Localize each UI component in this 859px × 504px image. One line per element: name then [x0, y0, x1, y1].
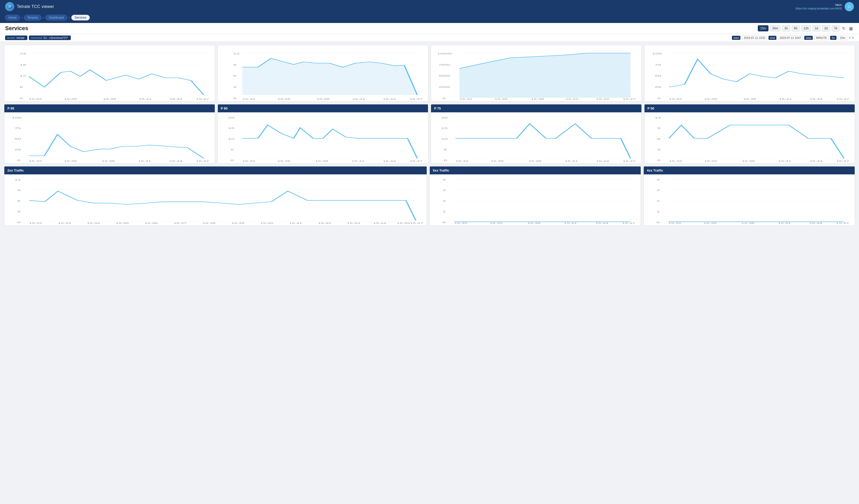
chart-p90: P 90 0 5 10 15 20 15:32 15:35: [217, 104, 428, 164]
svg-text:0: 0: [17, 159, 20, 162]
svg-text:15:47: 15:47: [196, 160, 209, 162]
svg-text:15:40: 15:40: [260, 222, 273, 224]
for-label: for: [830, 36, 837, 40]
chart-4xx: 4xx Traffic 0 1 2 3 4 15:32 15:35 15:3: [644, 166, 855, 226]
svg-text:12: 12: [233, 52, 239, 55]
svg-text:3: 3: [657, 148, 660, 151]
time-btn-6h[interactable]: 6h: [792, 25, 800, 31]
time-btn-1h[interactable]: 1h: [782, 25, 790, 31]
svg-text:10: 10: [228, 138, 235, 140]
svg-text:2: 2: [657, 200, 660, 203]
svg-text:15:44: 15:44: [383, 160, 396, 162]
bc-tenants[interactable]: Tenants: [24, 15, 42, 20]
svg-text:15:41: 15:41: [566, 98, 578, 100]
svg-text:0: 0: [233, 97, 236, 99]
chart-r1c3: 0 2500 5000 7500 10000 15:32 15:35 15:38: [431, 45, 642, 101]
toolbar: Services 15m 30m 1h 6h 12h 1d 2d 7d ↻ ▦: [0, 23, 859, 34]
svg-text:15:32: 15:32: [669, 98, 682, 100]
chart-p90-body: 0 5 10 15 20 15:32 15:35 15:38 15:41: [218, 112, 428, 163]
chart-p50: P 50 0 3 6 9 12 15:32 15:35: [644, 104, 855, 164]
svg-text:15:44: 15:44: [596, 160, 609, 162]
svg-text:15:38: 15:38: [741, 222, 754, 224]
chart-2xx-body: 0 3 6 9 12 15:32 15:33 15:34 15:35: [4, 174, 427, 225]
svg-text:0: 0: [20, 97, 23, 99]
svg-text:15: 15: [228, 127, 234, 130]
svg-text:0: 0: [444, 159, 447, 162]
time-btn-1d[interactable]: 1d: [813, 25, 820, 31]
svg-text:15:47: 15:47: [409, 160, 422, 162]
svg-text:9: 9: [657, 127, 660, 130]
refresh-button[interactable]: ↻: [841, 26, 846, 31]
svg-text:15:44: 15:44: [809, 160, 823, 162]
svg-text:15:32: 15:32: [242, 160, 255, 162]
bc-home[interactable]: Home: [5, 15, 20, 20]
svg-text:15:35: 15:35: [277, 160, 290, 162]
svg-text:15:47: 15:47: [196, 98, 209, 100]
svg-text:3: 3: [657, 189, 660, 192]
svg-text:12: 12: [20, 75, 26, 77]
user-name: nacx: [796, 3, 842, 7]
svg-text:3: 3: [17, 210, 20, 213]
svg-text:15:32: 15:32: [29, 222, 42, 224]
svg-text:15:44: 15:44: [809, 222, 823, 224]
svg-text:100: 100: [652, 52, 662, 55]
svg-text:15:38: 15:38: [531, 98, 544, 100]
svg-text:15:43: 15:43: [347, 222, 360, 224]
bc-services[interactable]: Services: [71, 15, 90, 20]
svg-text:20: 20: [228, 116, 235, 119]
user-avatar: ☺: [845, 2, 854, 11]
svg-text:15:41: 15:41: [778, 222, 791, 224]
svg-text:15:47: 15:47: [836, 222, 849, 224]
svg-text:9: 9: [17, 189, 20, 192]
svg-text:15:42: 15:42: [318, 222, 331, 224]
svg-text:10: 10: [441, 138, 448, 140]
time-btn-30m[interactable]: 30m: [770, 25, 781, 31]
chart-p75: P 75 0 5 10 15 20 15:32 15:35: [431, 104, 642, 164]
header-left: Tetrate TCC viewer: [5, 2, 54, 11]
next-arrow[interactable]: >: [852, 36, 854, 40]
svg-text:15:44: 15:44: [169, 160, 182, 162]
svg-text:5: 5: [230, 148, 234, 151]
time-btn-2d[interactable]: 2d: [822, 25, 830, 31]
svg-text:24: 24: [20, 52, 26, 55]
svg-text:15:38: 15:38: [103, 98, 116, 100]
bc-dashboard[interactable]: Dashboard: [46, 15, 67, 20]
svg-text:15:32: 15:32: [668, 222, 681, 224]
svg-text:15:32: 15:32: [455, 160, 469, 162]
tenant-filter-tag[interactable]: tenant tetrate: [5, 35, 27, 40]
svg-text:6: 6: [20, 86, 23, 89]
filter-right: start 2019-07-11 1532 end 2019-07-11 154…: [732, 35, 854, 40]
svg-text:15:45: 15:45: [397, 222, 410, 224]
prev-arrow[interactable]: <: [849, 36, 851, 40]
end-label: end: [768, 36, 776, 40]
svg-text:15:38: 15:38: [527, 222, 541, 224]
filter-left: tenant tetrate serviceid 52 - v2|reviews…: [5, 35, 71, 40]
svg-point-2: [10, 5, 12, 7]
svg-text:15:44: 15:44: [169, 98, 182, 100]
row1-charts: 0 6 12 18 24 15:32 15:35 15:38: [4, 45, 855, 101]
tenant-value: tetrate: [17, 36, 25, 39]
svg-text:15:44: 15:44: [596, 98, 609, 100]
svg-text:15:47: 15:47: [410, 222, 423, 224]
main-content: 0 6 12 18 24 15:32 15:35 15:38: [0, 42, 859, 229]
for-value: 15m: [838, 35, 847, 40]
svg-text:20: 20: [441, 116, 448, 119]
svg-text:15:38: 15:38: [102, 160, 115, 162]
chart-p75-header: P 75: [431, 105, 642, 112]
time-btn-12h[interactable]: 12h: [801, 25, 811, 31]
time-btn-15m[interactable]: 15m: [758, 25, 768, 31]
app-logo: [5, 2, 14, 11]
svg-marker-29: [242, 59, 417, 95]
chart-5xx-body: 0 1 2 3 4 15:32 15:35 15:38 15:41: [430, 174, 641, 225]
row3-charts: 2xx Traffic 0 3 6 9 12 15:32 15:33: [4, 166, 855, 226]
svg-text:75: 75: [654, 63, 661, 66]
view-toggle-button[interactable]: ▦: [848, 26, 854, 31]
time-btn-7d[interactable]: 7d: [832, 25, 840, 31]
chart-p95: P 95 0 25 50 75 100 15:32 15:35 15:38: [4, 104, 215, 164]
serviceid-filter-tag[interactable]: serviceid 52 - v2|reviews|*|*|*: [29, 35, 71, 40]
svg-text:25: 25: [654, 86, 661, 89]
chart-4xx-body: 0 1 2 3 4 15:32 15:35 15:38 15:41 15:44: [644, 174, 855, 225]
chart-p95-body: 0 25 50 75 100 15:32 15:35 15:38 15:41 1…: [4, 112, 215, 163]
chart-r1c4-body: 0 25 50 75 100 15:32 15:35 15:38 15:41 1…: [645, 45, 855, 101]
bc-sep-1: ›: [21, 16, 22, 19]
